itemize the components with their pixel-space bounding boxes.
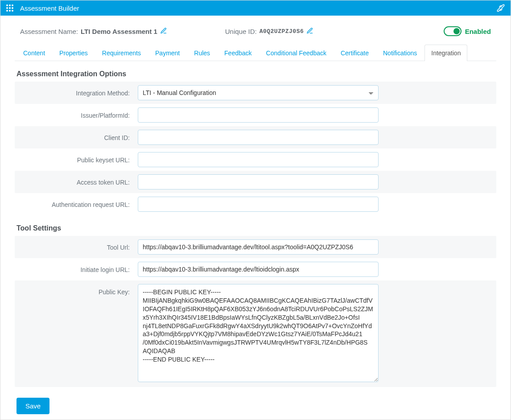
label-keyset-url: Public keyset URL: — [16, 152, 138, 164]
titlebar: Assessment Builder — [0, 0, 511, 16]
row-keyset-url: Public keyset URL: — [15, 148, 496, 171]
apps-grid-icon[interactable] — [6, 4, 14, 12]
tab-requirements[interactable]: Requirements — [95, 45, 148, 61]
enabled-toggle-group: Enabled — [444, 26, 491, 36]
label-token-url: Access token URL: — [16, 174, 138, 186]
tab-integration[interactable]: Integration — [424, 45, 467, 61]
label-public-key: Public Key: — [16, 284, 138, 296]
row-login-url: Initiate login URL: — [15, 258, 496, 280]
row-issuer: Issuer/PlatformId: — [15, 104, 496, 126]
enabled-toggle[interactable] — [444, 26, 462, 36]
row-token-url: Access token URL: — [15, 171, 496, 193]
label-integration-method: Integration Method: — [16, 85, 138, 97]
tab-feedback[interactable]: Feedback — [218, 45, 258, 61]
content-area: Assessment Name: LTI Demo Assessment 1 U… — [0, 16, 511, 420]
label-login-url: Initiate login URL: — [16, 262, 138, 273]
pencil-icon[interactable] — [306, 27, 313, 36]
save-button[interactable]: Save — [16, 398, 49, 414]
tab-certificate[interactable]: Certificate — [334, 45, 375, 61]
tab-content[interactable]: Content — [16, 45, 52, 61]
app-title: Assessment Builder — [20, 4, 496, 12]
row-client-id: Client ID: — [15, 126, 496, 148]
tab-properties[interactable]: Properties — [53, 45, 95, 61]
section-integration-title: Assessment Integration Options — [15, 61, 496, 82]
assessment-name-value: LTI Demo Assessment 1 — [81, 28, 157, 35]
enabled-label: Enabled — [465, 28, 491, 35]
row-tool-url: Tool Url: — [15, 236, 496, 258]
tab-conditional-feedback[interactable]: Conditional Feedback — [260, 45, 333, 61]
window: Assessment Builder Assessment Name: LTI … — [0, 0, 511, 420]
unique-id-group: Unique ID: A0Q2UZPZJ0S6 — [225, 27, 314, 36]
row-public-key: Public Key: — [15, 280, 496, 387]
tabs: ContentPropertiesRequirementsPaymentRule… — [15, 44, 496, 61]
tab-payment[interactable]: Payment — [148, 45, 186, 61]
token-url-input[interactable] — [138, 174, 379, 189]
tab-rules[interactable]: Rules — [187, 45, 217, 61]
auth-url-input[interactable] — [138, 197, 379, 212]
unique-id-label: Unique ID: — [225, 28, 257, 35]
keyset-url-input[interactable] — [138, 152, 379, 167]
tools-icon[interactable] — [496, 4, 505, 12]
issuer-input[interactable] — [138, 107, 379, 123]
header-row: Assessment Name: LTI Demo Assessment 1 U… — [15, 16, 496, 44]
label-issuer: Issuer/PlatformId: — [16, 107, 138, 119]
assessment-name-label: Assessment Name: — [20, 28, 78, 35]
unique-id-value: A0Q2UZPZJ0S6 — [260, 28, 304, 35]
row-auth-url: Authentication request URL: — [15, 193, 496, 215]
tool-url-input[interactable] — [138, 239, 379, 255]
integration-method-select[interactable]: LTI - Manual Configuration — [138, 85, 379, 100]
tab-notifications[interactable]: Notifications — [376, 45, 424, 61]
label-auth-url: Authentication request URL: — [16, 197, 138, 208]
section-tool-title: Tool Settings — [15, 215, 496, 236]
login-url-input[interactable] — [138, 262, 379, 277]
pencil-icon[interactable] — [160, 27, 167, 36]
label-client-id: Client ID: — [16, 130, 138, 141]
row-integration-method: Integration Method: LTI - Manual Configu… — [15, 82, 496, 104]
public-key-textarea[interactable] — [138, 284, 379, 382]
label-tool-url: Tool Url: — [16, 239, 138, 251]
client-id-input[interactable] — [138, 130, 379, 145]
